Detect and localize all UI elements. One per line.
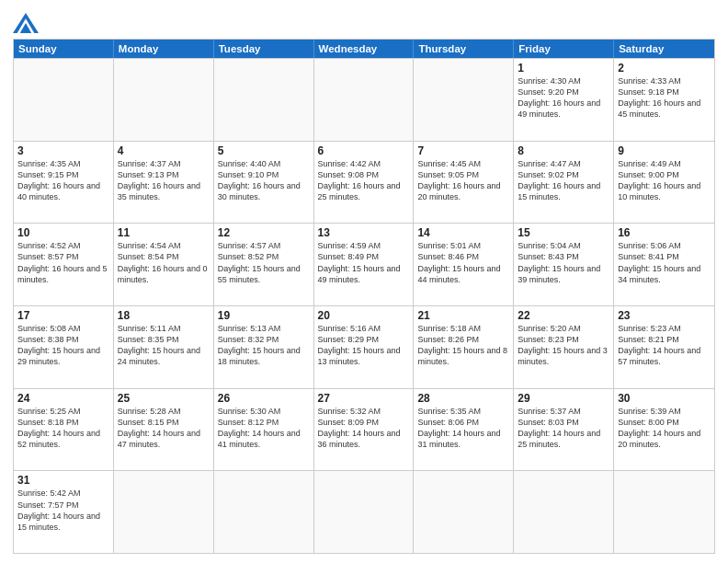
day-info: Sunrise: 5:04 AM Sunset: 8:43 PM Dayligh… [518,240,609,285]
calendar-cell-2-1: 11Sunrise: 4:54 AM Sunset: 8:54 PM Dayli… [114,224,214,305]
calendar-cell-0-0 [14,59,114,141]
day-info: Sunrise: 5:35 AM Sunset: 8:06 PM Dayligh… [417,406,509,451]
day-number: 23 [618,309,711,322]
calendar-cell-2-3: 13Sunrise: 4:59 AM Sunset: 8:49 PM Dayli… [314,224,415,305]
day-number: 13 [318,226,410,239]
header [13,9,715,33]
day-info: Sunrise: 5:39 AM Sunset: 8:00 PM Dayligh… [618,406,711,451]
day-number: 5 [218,144,310,157]
day-info: Sunrise: 4:54 AM Sunset: 8:54 PM Dayligh… [118,240,210,285]
day-info: Sunrise: 5:37 AM Sunset: 8:03 PM Dayligh… [518,406,609,451]
day-info: Sunrise: 5:25 AM Sunset: 8:18 PM Dayligh… [17,406,109,451]
calendar-cell-3-1: 18Sunrise: 5:11 AM Sunset: 8:35 PM Dayli… [114,306,214,388]
day-number: 2 [618,62,711,75]
calendar-header-row: SundayMondayTuesdayWednesdayThursdayFrid… [14,40,714,58]
day-number: 17 [17,309,109,322]
weekday-header-monday: Monday [114,40,214,58]
calendar-cell-3-5: 22Sunrise: 5:20 AM Sunset: 8:23 PM Dayli… [514,306,614,388]
calendar-cell-3-2: 19Sunrise: 5:13 AM Sunset: 8:32 PM Dayli… [214,306,314,388]
day-number: 24 [17,392,109,405]
day-number: 15 [518,226,609,239]
calendar-cell-1-1: 4Sunrise: 4:37 AM Sunset: 9:13 PM Daylig… [114,142,214,224]
day-info: Sunrise: 5:08 AM Sunset: 8:38 PM Dayligh… [17,323,109,368]
calendar-cell-1-4: 7Sunrise: 4:45 AM Sunset: 9:05 PM Daylig… [414,142,514,224]
calendar-row-5: 31Sunrise: 5:42 AM Sunset: 7:57 PM Dayli… [14,470,714,553]
day-number: 1 [518,62,609,75]
calendar-cell-2-2: 12Sunrise: 4:57 AM Sunset: 8:52 PM Dayli… [214,224,314,305]
day-info: Sunrise: 4:47 AM Sunset: 9:02 PM Dayligh… [518,158,609,203]
calendar-cell-4-3: 27Sunrise: 5:32 AM Sunset: 8:09 PM Dayli… [314,389,415,471]
calendar-cell-4-2: 26Sunrise: 5:30 AM Sunset: 8:12 PM Dayli… [214,389,314,471]
calendar-cell-5-3 [314,471,415,553]
calendar-cell-0-6: 2Sunrise: 4:33 AM Sunset: 9:18 PM Daylig… [614,59,714,141]
day-number: 31 [17,474,109,487]
day-info: Sunrise: 4:49 AM Sunset: 9:00 PM Dayligh… [618,158,711,203]
day-number: 30 [618,392,711,405]
calendar-cell-5-2 [214,471,314,553]
calendar-cell-0-3 [314,59,415,141]
calendar-cell-4-1: 25Sunrise: 5:28 AM Sunset: 8:15 PM Dayli… [114,389,214,471]
day-number: 10 [17,226,109,239]
day-number: 25 [118,392,210,405]
day-info: Sunrise: 4:45 AM Sunset: 9:05 PM Dayligh… [417,158,509,203]
day-number: 20 [318,309,410,322]
calendar: SundayMondayTuesdayWednesdayThursdayFrid… [13,39,715,554]
day-number: 27 [318,392,410,405]
day-number: 21 [417,309,509,322]
day-info: Sunrise: 5:06 AM Sunset: 8:41 PM Dayligh… [618,240,711,285]
calendar-cell-4-6: 30Sunrise: 5:39 AM Sunset: 8:00 PM Dayli… [614,389,714,471]
calendar-cell-1-5: 8Sunrise: 4:47 AM Sunset: 9:02 PM Daylig… [514,142,614,224]
calendar-row-4: 24Sunrise: 5:25 AM Sunset: 8:18 PM Dayli… [14,388,714,471]
calendar-cell-0-2 [214,59,314,141]
day-number: 12 [218,226,310,239]
day-number: 6 [318,144,410,157]
day-info: Sunrise: 4:33 AM Sunset: 9:18 PM Dayligh… [618,75,711,121]
day-info: Sunrise: 5:23 AM Sunset: 8:21 PM Dayligh… [618,323,711,368]
day-number: 16 [618,226,711,239]
calendar-cell-4-4: 28Sunrise: 5:35 AM Sunset: 8:06 PM Dayli… [414,389,514,471]
weekday-header-wednesday: Wednesday [314,40,415,58]
day-number: 4 [118,144,210,157]
calendar-cell-1-0: 3Sunrise: 4:35 AM Sunset: 9:15 PM Daylig… [14,142,114,224]
day-number: 26 [218,392,310,405]
day-info: Sunrise: 5:18 AM Sunset: 8:26 PM Dayligh… [417,323,509,368]
calendar-cell-5-0: 31Sunrise: 5:42 AM Sunset: 7:57 PM Dayli… [14,471,114,553]
day-info: Sunrise: 4:35 AM Sunset: 9:15 PM Dayligh… [17,158,109,203]
day-info: Sunrise: 4:59 AM Sunset: 8:49 PM Dayligh… [318,240,410,285]
page: SundayMondayTuesdayWednesdayThursdayFrid… [0,0,728,563]
day-info: Sunrise: 5:13 AM Sunset: 8:32 PM Dayligh… [218,323,310,368]
calendar-cell-1-2: 5Sunrise: 4:40 AM Sunset: 9:10 PM Daylig… [214,142,314,224]
day-number: 28 [417,392,509,405]
calendar-cell-4-5: 29Sunrise: 5:37 AM Sunset: 8:03 PM Dayli… [514,389,614,471]
day-number: 7 [417,144,509,157]
calendar-cell-0-4 [414,59,514,141]
calendar-cell-4-0: 24Sunrise: 5:25 AM Sunset: 8:18 PM Dayli… [14,389,114,471]
day-info: Sunrise: 5:42 AM Sunset: 7:57 PM Dayligh… [17,488,109,533]
calendar-cell-0-1 [114,59,214,141]
calendar-cell-0-5: 1Sunrise: 4:30 AM Sunset: 9:20 PM Daylig… [514,59,614,141]
calendar-row-2: 10Sunrise: 4:52 AM Sunset: 8:57 PM Dayli… [14,223,714,305]
day-info: Sunrise: 4:57 AM Sunset: 8:52 PM Dayligh… [218,240,310,285]
calendar-cell-3-0: 17Sunrise: 5:08 AM Sunset: 8:38 PM Dayli… [14,306,114,388]
day-info: Sunrise: 4:52 AM Sunset: 8:57 PM Dayligh… [17,240,109,285]
weekday-header-friday: Friday [514,40,614,58]
calendar-cell-5-6 [614,471,714,553]
calendar-cell-5-4 [414,471,514,553]
calendar-cell-2-6: 16Sunrise: 5:06 AM Sunset: 8:41 PM Dayli… [614,224,714,305]
calendar-body: 1Sunrise: 4:30 AM Sunset: 9:20 PM Daylig… [14,58,714,553]
calendar-cell-5-5 [514,471,614,553]
logo-icon [13,13,39,33]
day-info: Sunrise: 4:40 AM Sunset: 9:10 PM Dayligh… [218,158,310,203]
day-info: Sunrise: 5:32 AM Sunset: 8:09 PM Dayligh… [318,406,410,451]
day-info: Sunrise: 4:42 AM Sunset: 9:08 PM Dayligh… [318,158,410,203]
day-info: Sunrise: 5:11 AM Sunset: 8:35 PM Dayligh… [118,323,210,368]
day-info: Sunrise: 5:01 AM Sunset: 8:46 PM Dayligh… [417,240,509,285]
day-info: Sunrise: 5:30 AM Sunset: 8:12 PM Dayligh… [218,406,310,451]
logo [13,13,42,33]
day-number: 22 [518,309,609,322]
day-number: 14 [417,226,509,239]
day-number: 8 [518,144,609,157]
day-number: 3 [17,144,109,157]
calendar-cell-2-0: 10Sunrise: 4:52 AM Sunset: 8:57 PM Dayli… [14,224,114,305]
calendar-cell-3-6: 23Sunrise: 5:23 AM Sunset: 8:21 PM Dayli… [614,306,714,388]
